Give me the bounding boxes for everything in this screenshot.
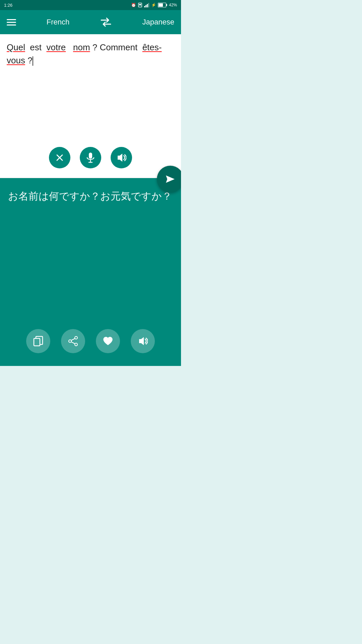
translation-actions-row (8, 322, 173, 357)
word-votre: votre (47, 42, 66, 52)
signal-icon (144, 3, 149, 7)
charging-icon: ⚡ (151, 3, 156, 7)
svg-rect-5 (148, 3, 149, 7)
svg-rect-8 (166, 4, 167, 6)
battery-percent: 42% (169, 3, 177, 7)
svg-marker-22 (139, 337, 144, 345)
svg-point-18 (69, 340, 71, 342)
svg-rect-3 (145, 5, 146, 7)
translation-section: お名前は何ですか？お元気ですか？ (0, 178, 181, 366)
target-language[interactable]: Japanese (142, 18, 174, 26)
swap-languages-button[interactable] (100, 17, 112, 27)
source-language[interactable]: French (47, 18, 69, 26)
speak-source-button[interactable] (111, 147, 132, 168)
speak-translation-button[interactable] (131, 329, 155, 353)
input-section: Quel est votre nom ? Comment êtes-vous ? (0, 34, 181, 178)
status-icons: ⏰ ⚡ 42% (131, 3, 177, 7)
battery-icon (158, 3, 167, 7)
clear-button[interactable] (49, 147, 70, 168)
sim-icon (138, 3, 142, 7)
word-nom: nom (73, 42, 90, 52)
toolbar: French Japanese (0, 10, 181, 34)
share-button[interactable] (61, 329, 85, 353)
svg-rect-1 (139, 4, 141, 5)
svg-rect-2 (144, 6, 145, 7)
svg-line-20 (71, 339, 75, 340)
translate-button[interactable] (157, 166, 181, 193)
svg-rect-4 (147, 4, 148, 7)
microphone-button[interactable] (80, 147, 101, 168)
svg-marker-14 (118, 154, 122, 162)
text-cursor (33, 56, 33, 66)
translated-text-display: お名前は何ですか？お元気ですか？ (8, 188, 173, 322)
alarm-icon: ⏰ (131, 3, 136, 7)
copy-button[interactable] (26, 329, 50, 353)
status-bar: 1:26 ⏰ ⚡ (0, 0, 181, 10)
menu-button[interactable] (7, 19, 16, 25)
word-quel: Quel (7, 42, 25, 52)
svg-rect-16 (34, 338, 40, 346)
favorite-button[interactable] (96, 329, 120, 353)
source-text-display[interactable]: Quel est votre nom ? Comment êtes-vous ? (7, 41, 174, 142)
status-time: 1:26 (4, 3, 12, 8)
svg-point-19 (75, 343, 77, 346)
svg-rect-11 (89, 153, 92, 159)
svg-rect-7 (159, 3, 163, 7)
svg-line-21 (71, 342, 75, 344)
input-actions-row (7, 147, 174, 171)
svg-marker-15 (166, 175, 175, 183)
svg-point-17 (75, 336, 77, 339)
